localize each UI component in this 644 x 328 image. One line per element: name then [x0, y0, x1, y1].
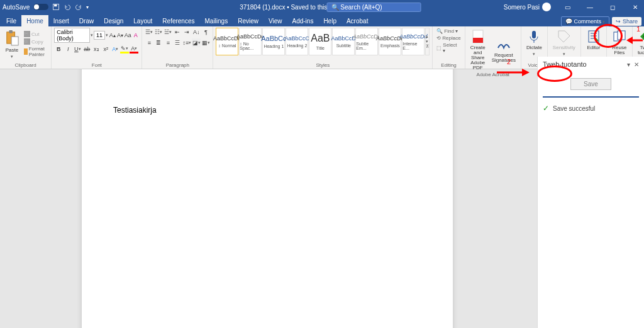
- subscript-button[interactable]: x₂: [92, 45, 101, 54]
- svg-marker-16: [522, 69, 530, 76]
- svg-rect-3: [9, 30, 13, 33]
- maximize-button[interactable]: ◻: [604, 0, 621, 14]
- numbering-button[interactable]: ☷▾: [154, 28, 163, 37]
- style-normal[interactable]: AaBbCcDd↕ Normal: [216, 28, 238, 55]
- font-color-button[interactable]: A▾: [130, 45, 138, 54]
- tab-file[interactable]: File: [1, 15, 21, 26]
- tab-review[interactable]: Review: [233, 15, 264, 26]
- document-text[interactable]: Testiasiakirja: [113, 106, 421, 115]
- redo-icon[interactable]: [75, 3, 82, 11]
- minimize-button[interactable]: —: [581, 0, 599, 14]
- sort-button[interactable]: A↓: [192, 28, 201, 37]
- tab-draw[interactable]: Draw: [74, 15, 99, 26]
- replace-button[interactable]: ⟲Replace: [435, 35, 462, 42]
- bold-button[interactable]: B: [54, 45, 63, 54]
- paste-button[interactable]: Paste ▾: [3, 28, 21, 60]
- share-button[interactable]: ↪ Share: [612, 17, 641, 26]
- align-right-button[interactable]: ≡: [164, 38, 172, 47]
- qat-customize-icon[interactable]: ▾: [86, 4, 89, 10]
- request-sign-button[interactable]: Request Signatures: [489, 35, 518, 64]
- document-area[interactable]: Testiasiakirja: [0, 69, 537, 328]
- tab-references[interactable]: References: [157, 15, 199, 26]
- style-subtle-emphasis[interactable]: AaBbCcDdSubtle Em...: [355, 28, 378, 55]
- annotation-circle-1: [594, 24, 623, 48]
- style-heading1[interactable]: AaBbCcHeading 1: [262, 28, 285, 55]
- style-nospacing[interactable]: AaBbCcDd↕ No Spac...: [239, 28, 262, 55]
- shrink-font-button[interactable]: A▾: [116, 31, 123, 40]
- user-name: Somero Pasi: [504, 4, 540, 11]
- font-size-combo[interactable]: 11: [94, 31, 105, 40]
- group-clipboard: Paste ▾ ✂Cut ⧉Copy Format Painter Clipbo…: [0, 26, 52, 69]
- superscript-button[interactable]: x²: [101, 45, 110, 54]
- underline-button[interactable]: U▾: [73, 45, 82, 54]
- tab-home[interactable]: Home: [21, 15, 48, 26]
- create-pdf-button[interactable]: Create and Share Adobe PDF: [468, 28, 488, 72]
- pane-dropdown-icon[interactable]: ▾: [627, 61, 630, 68]
- show-marks-button[interactable]: ¶: [201, 28, 210, 37]
- style-heading2[interactable]: AaBbCcCHeading 2: [286, 28, 308, 55]
- text-effects-button[interactable]: A▾: [111, 45, 119, 54]
- pane-status-row: ✓ Save succesful: [543, 104, 639, 113]
- search-box[interactable]: 🔍 Search (Alt+Q): [327, 3, 421, 12]
- svg-marker-14: [626, 37, 633, 44]
- tab-design[interactable]: Design: [99, 15, 128, 26]
- multilevel-button[interactable]: ☱▾: [164, 28, 172, 37]
- line-spacing-button[interactable]: ↕≡▾: [182, 38, 191, 47]
- tab-mailings[interactable]: Mailings: [199, 15, 233, 26]
- shading-button[interactable]: ◪▾: [192, 38, 201, 47]
- annotation-circle-2: [537, 65, 572, 82]
- dictate-button[interactable]: Dictate▾: [524, 28, 545, 58]
- increase-indent-button[interactable]: ⇥: [182, 28, 191, 37]
- italic-button[interactable]: I: [64, 45, 72, 54]
- font-name-combo[interactable]: Calibri (Body): [54, 28, 90, 43]
- tab-insert[interactable]: Insert: [48, 15, 74, 26]
- undo-icon[interactable]: [64, 3, 71, 11]
- tab-layout[interactable]: Layout: [128, 15, 157, 26]
- style-more-icon[interactable]: ⊼: [426, 44, 429, 49]
- align-center-button[interactable]: ≣: [154, 38, 163, 47]
- user-account[interactable]: Somero Pasi: [504, 3, 553, 11]
- autosave-toggle[interactable]: [33, 4, 48, 10]
- check-icon: ✓: [543, 104, 549, 113]
- replace-icon: ⟲: [436, 35, 441, 41]
- copy-button[interactable]: ⧉Copy: [23, 38, 48, 45]
- borders-button[interactable]: ▦▾: [201, 38, 210, 47]
- ribbon-display-button[interactable]: ▭: [558, 0, 576, 14]
- tab-view[interactable]: View: [264, 15, 287, 26]
- strike-button[interactable]: ab: [82, 45, 91, 54]
- pane-save-button[interactable]: Save: [570, 78, 611, 90]
- bullets-button[interactable]: ☰▾: [145, 28, 153, 37]
- format-painter-button[interactable]: Format Painter: [23, 45, 48, 58]
- select-button[interactable]: ⬚Select ▾: [435, 42, 462, 54]
- style-emphasis[interactable]: AaBbCcDdEmphasis: [379, 28, 401, 55]
- cut-button[interactable]: ✂Cut: [23, 30, 48, 38]
- pane-close-icon[interactable]: ✕: [634, 61, 639, 68]
- group-paragraph: ☰▾ ☷▾ ☱▾ ⇤ ⇥ A↓ ¶ ≡ ≣ ≡ ☰ ↕≡▾ ◪▾ ▦▾ Para…: [142, 26, 213, 69]
- signature-icon: [496, 37, 511, 52]
- style-subtitle[interactable]: AaBbCcDSubtitle: [332, 28, 355, 55]
- pdf-icon: [470, 29, 486, 44]
- tab-help[interactable]: Help: [318, 15, 341, 26]
- group-font: Calibri (Body)▾ 11▾ A▴ A▾ Aa A B I U▾ ab…: [52, 26, 142, 69]
- clear-format-button[interactable]: A: [132, 31, 139, 40]
- change-case-button[interactable]: Aa: [125, 31, 131, 40]
- grow-font-button[interactable]: A▴: [109, 31, 116, 40]
- find-button[interactable]: 🔍Find ▾: [435, 28, 462, 35]
- style-gallery[interactable]: AaBbCcDd↕ Normal AaBbCcDd↕ No Spac... Aa…: [216, 28, 430, 55]
- save-icon[interactable]: [52, 3, 60, 11]
- align-left-button[interactable]: ≡: [145, 38, 153, 47]
- style-down-icon[interactable]: ▾: [426, 39, 429, 44]
- style-up-icon[interactable]: ▴: [426, 34, 429, 39]
- justify-button[interactable]: ☰: [173, 38, 182, 47]
- pane-status-text: Save succesful: [553, 105, 595, 112]
- decrease-indent-button[interactable]: ⇤: [173, 28, 182, 37]
- style-title[interactable]: AaBTitle: [309, 28, 331, 55]
- tab-addins[interactable]: Add-ins: [287, 15, 318, 26]
- chevron-down-icon: ▾: [11, 54, 13, 59]
- sensitivity-button[interactable]: Sensitivity▾: [550, 28, 578, 58]
- highlight-button[interactable]: ✎▾: [120, 45, 129, 54]
- page[interactable]: Testiasiakirja: [82, 69, 453, 328]
- close-button[interactable]: ✕: [626, 0, 644, 14]
- tab-acrobat[interactable]: Acrobat: [341, 15, 373, 26]
- style-intense-emphasis[interactable]: AaBbCcDdIntense E...: [402, 28, 425, 55]
